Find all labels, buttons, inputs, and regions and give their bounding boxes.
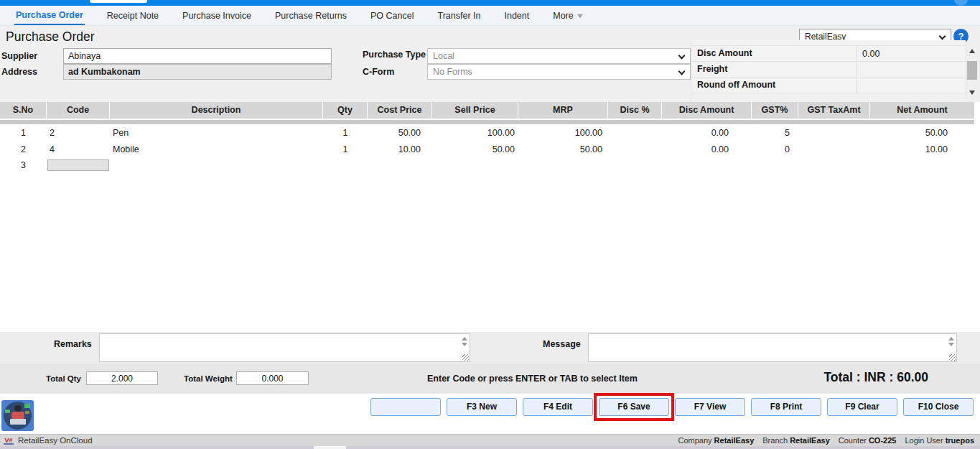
f10-close-button[interactable]: F10 Close <box>903 398 974 416</box>
col-gst-taxamt: GST TaxAmt <box>798 102 870 119</box>
col-qty: Qty <box>323 102 368 119</box>
session-info: CompanyRetailEasy BranchRetailEasy Count… <box>678 436 980 445</box>
message-textarea-wrap <box>588 333 957 362</box>
counter-info: CounterCO-225 <box>839 436 897 445</box>
spinner-down-icon[interactable] <box>948 343 954 346</box>
col-gst-pct: GST% <box>752 102 798 119</box>
col-disc-amount: Disc Amount <box>662 102 752 119</box>
purchase-type-select[interactable]: Local <box>427 48 691 64</box>
app-name: RetailEasy OnCloud <box>18 436 93 445</box>
charge-label: Freight <box>691 62 857 77</box>
col-sno: S.No <box>0 102 47 119</box>
remarks-band: Remarks Message <box>0 332 980 364</box>
top-accent-bar <box>0 0 980 6</box>
charge-row-freight[interactable]: Freight <box>691 62 966 78</box>
tab-purchase-invoice[interactable]: Purchase Invoice <box>181 6 253 25</box>
page-title: Purchase Order <box>6 29 95 45</box>
scroll-down-icon[interactable] <box>969 91 975 95</box>
spinner-up-icon[interactable] <box>948 337 954 341</box>
tab-indent[interactable]: Indent <box>503 6 531 25</box>
f3-new-button[interactable]: F3 New <box>447 398 517 416</box>
module-tab-bar: Purchase Order Receipt Note Purchase Inv… <box>0 6 980 26</box>
remarks-label: Remarks <box>54 339 92 349</box>
supplier-input[interactable] <box>63 48 332 64</box>
f7-view-button[interactable]: F7 View <box>675 398 745 416</box>
supplier-label: Supplier <box>1 51 37 61</box>
address-label: Address <box>1 67 37 77</box>
chevron-down-icon <box>577 14 583 18</box>
charges-panel: Disc % Disc Amount 0.00 Freight Round of… <box>691 40 966 102</box>
tab-more[interactable]: More <box>551 6 584 25</box>
tab-purchase-returns[interactable]: Purchase Returns <box>274 6 348 25</box>
f9-clear-button[interactable]: F9 Clear <box>827 398 897 416</box>
charge-row-disc-amount[interactable]: Disc Amount 0.00 <box>691 46 966 62</box>
col-description: Description <box>110 102 323 119</box>
cform-select[interactable]: No Forms <box>427 64 691 80</box>
col-net-amount: Net Amount <box>870 102 974 119</box>
charge-label: Round off Amount <box>691 78 857 93</box>
item-table-header: S.No Code Description Qty Cost Price Sel… <box>0 102 974 119</box>
message-textarea[interactable] <box>589 334 946 361</box>
table-row[interactable]: 1 2 Pen 1 50.00 100.00 100.00 0.00 5 50.… <box>0 125 974 142</box>
branch-info: BranchRetailEasy <box>762 436 830 445</box>
total-weight-input[interactable] <box>236 371 309 385</box>
remarks-textarea-wrap <box>99 333 470 362</box>
total-qty-input[interactable] <box>86 371 158 385</box>
chevron-down-icon <box>939 33 946 40</box>
blank-button[interactable] <box>370 398 441 416</box>
scrollbar-thumb[interactable] <box>967 61 977 80</box>
save-button-highlight-box: F6 Save <box>594 393 674 421</box>
col-mrp: MRP <box>518 102 608 119</box>
charge-row-round-off[interactable]: Round off Amount <box>691 78 966 93</box>
charge-row-clipped[interactable]: Disc % <box>691 40 966 46</box>
f8-print-button[interactable]: F8 Print <box>751 398 821 416</box>
top-right-badge-icon <box>954 0 968 6</box>
retaileasy-logo-icon: V# <box>4 436 14 445</box>
taskbar-strip <box>0 446 980 449</box>
item-entry-hint: Enter Code or press ENTER or TAB to sele… <box>427 374 638 384</box>
spinner-up-icon[interactable] <box>462 337 467 341</box>
tab-receipt-note[interactable]: Receipt Note <box>106 6 160 25</box>
item-code-input[interactable] <box>47 159 109 171</box>
resize-handle-icon[interactable] <box>462 354 469 361</box>
col-code: Code <box>47 102 110 119</box>
tab-transfer-in[interactable]: Transfer In <box>436 6 482 25</box>
chevron-down-icon <box>678 52 686 60</box>
table-row[interactable]: 2 4 Mobile 1 10.00 50.00 50.00 0.00 0 10… <box>0 142 974 158</box>
login-user-info: Login Usertruepos <box>905 436 974 445</box>
top-bar-white-segment <box>90 0 147 3</box>
function-button-row: F3 New F4 Edit F6 Save F7 View F8 Print … <box>0 394 980 419</box>
status-bar: V# RetailEasy OnCloud CompanyRetailEasy … <box>0 434 980 446</box>
remarks-textarea[interactable] <box>100 334 459 361</box>
address-input[interactable] <box>63 64 332 80</box>
charge-value: 0.00 <box>857 49 879 59</box>
col-disc-pct: Disc % <box>608 102 662 119</box>
chevron-down-icon <box>678 68 686 75</box>
total-qty-label: Total Qty <box>46 374 81 383</box>
company-info: CompanyRetailEasy <box>678 436 755 445</box>
message-label: Message <box>543 339 581 349</box>
purchase-order-screen: Purchase Order Receipt Note Purchase Inv… <box>0 0 980 449</box>
col-sell-price: Sell Price <box>432 102 518 119</box>
form-header-area: Purchase Order RetailEasy ? Supplier Add… <box>0 26 980 102</box>
purchase-type-label: Purchase Type <box>363 50 426 60</box>
totals-band: Total Qty Total Weight Enter Code or pre… <box>0 364 980 394</box>
spinner-down-icon[interactable] <box>462 343 467 346</box>
scroll-up-icon[interactable] <box>969 49 975 53</box>
tab-po-cancel[interactable]: PO Cancel <box>369 6 415 25</box>
support-chat-icon[interactable] <box>1 400 34 431</box>
cform-label: C-Form <box>363 67 394 77</box>
table-row-new: 3 <box>0 157 974 174</box>
table-header-strip <box>0 120 974 124</box>
col-cost-price: Cost Price <box>368 102 432 119</box>
charge-label: Disc Amount <box>691 46 857 61</box>
tab-purchase-order[interactable]: Purchase Order <box>14 6 85 25</box>
grand-total: Total : INR : 60.00 <box>823 370 928 385</box>
total-weight-label: Total Weight <box>184 374 233 383</box>
f6-save-button[interactable]: F6 Save <box>599 398 669 416</box>
charges-scrollbar[interactable] <box>966 45 978 98</box>
f4-edit-button[interactable]: F4 Edit <box>523 398 593 416</box>
resize-handle-icon[interactable] <box>949 354 956 361</box>
